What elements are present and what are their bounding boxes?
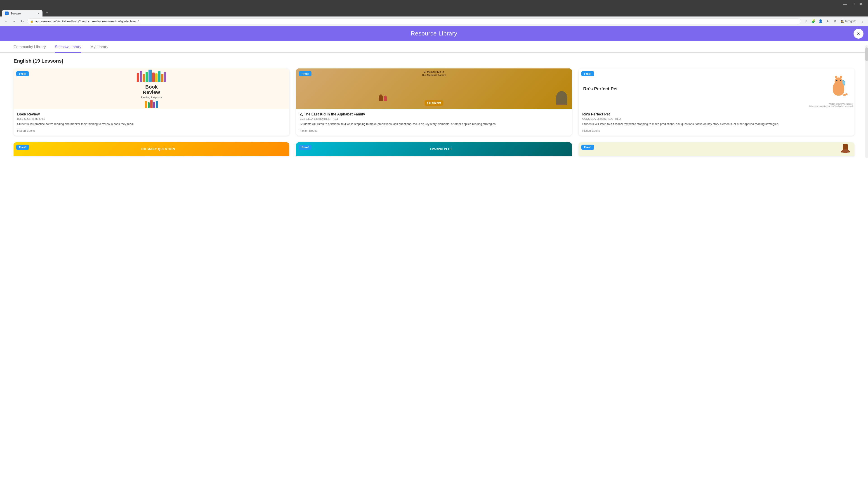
incognito-icon: 🕵 (841, 20, 844, 23)
free-badge-ros: Free! (581, 71, 594, 76)
window-close-button[interactable]: × (857, 1, 864, 7)
profile-button[interactable]: 👤 (817, 18, 824, 24)
cards-grid: Free! B (13, 68, 855, 135)
card-standard-ros-pet: CCSS.ELA-Literacy.RL.K - RL.2 (582, 117, 851, 121)
card-description-book-review: Students will practice active reading an… (17, 122, 286, 126)
content-area: English (19 Lessons) Free! (0, 53, 868, 161)
menu-button[interactable]: ⋮ (859, 18, 865, 24)
security-icon: 🔒 (30, 20, 33, 23)
card-standard-book-review: ISTE-S.6.a, ISTE-S.6.c (17, 117, 286, 121)
bookmark-button[interactable]: ☆ (803, 18, 809, 24)
url-text: app.seesaw.me/#/activities/library?produ… (35, 20, 140, 23)
free-badge-questions: Free! (16, 144, 29, 150)
card-book-review[interactable]: Free! B (13, 68, 289, 135)
forward-button[interactable]: → (11, 18, 17, 24)
card-standard-z-alphabet: CCSS.ELA-Literacy.RL.K - RL.1 (300, 117, 568, 121)
card-title-ros-pet: Ro's Perfect Pet (582, 112, 851, 116)
card-preparing[interactable]: Free! EPARING IN TH (296, 142, 572, 156)
scrollbar-track[interactable] (865, 45, 868, 158)
card-image-book-review: Free! B (13, 68, 289, 109)
free-badge-z: Free! (299, 71, 311, 76)
card-category-ros-pet: Fiction Books (582, 129, 851, 132)
reload-button[interactable]: ↻ (19, 18, 25, 24)
card-cowboy[interactable]: Free! (579, 142, 855, 156)
card-body-ros-pet: Ro's Perfect Pet CCSS.ELA-Literacy.RL.K … (579, 109, 855, 135)
card-body-z-alphabet: Z, The Last Kid in the Alphabet Family C… (296, 109, 572, 135)
free-badge-preparing: Free! (299, 144, 311, 150)
card-description-z-alphabet: Students will listen to a fictional text… (300, 122, 568, 126)
card-z-alphabet[interactable]: Free! Z, the Last Kid inthe Alphabet Fam… (296, 68, 572, 135)
incognito-button[interactable]: 🕵 Incognito (839, 19, 858, 24)
card-title-z-alphabet: Z, The Last Kid in the Alphabet Family (300, 112, 568, 116)
tab-community-library[interactable]: Community Library (13, 45, 46, 53)
free-badge: Free! (16, 71, 29, 76)
card-image-z-alphabet: Free! Z, the Last Kid inthe Alphabet Fam… (296, 68, 572, 109)
tab-my-library[interactable]: My Library (90, 45, 108, 53)
free-badge-cowboy: Free! (581, 144, 594, 150)
address-bar[interactable]: 🔒 app.seesaw.me/#/activities/library?pro… (27, 18, 801, 24)
section-title: English (19 Lessons) (13, 58, 855, 64)
tabs-bar: Community Library Seesaw Library My Libr… (0, 41, 868, 53)
incognito-label: Incognito (845, 20, 856, 23)
card-ros-perfect-pet[interactable]: Free! Ro's Perfect Pet (579, 68, 855, 135)
scrollbar-thumb[interactable] (865, 47, 868, 61)
browser-tab[interactable]: S Seesaw × (2, 10, 42, 17)
extensions-button[interactable]: 🧩 (810, 18, 816, 24)
card-title-book-review: Book Review (17, 112, 286, 116)
tab-favicon: S (5, 11, 8, 15)
close-dialog-button[interactable]: × (854, 29, 864, 39)
card-body-book-review: Book Review ISTE-S.6.a, ISTE-S.6.c Stude… (13, 109, 289, 135)
window-restore-button[interactable]: ❐ (849, 2, 857, 6)
window-minimize-button[interactable]: — (840, 1, 849, 7)
card-description-ros-pet: Students will listen to a fictional text… (582, 122, 851, 126)
split-view-button[interactable]: ⧉ (832, 18, 838, 24)
tab-seesaw-library[interactable]: Seesaw Library (55, 45, 81, 53)
bottom-cards-row: Free! OO MANY QUESTION Free! EPARING IN … (13, 142, 855, 156)
card-category-book-review: Fiction Books (17, 129, 286, 132)
new-tab-button[interactable]: + (43, 9, 51, 16)
card-too-many-questions[interactable]: Free! OO MANY QUESTION (13, 142, 289, 156)
close-dialog-icon: × (857, 31, 860, 37)
card-category-z-alphabet: Fiction Books (300, 129, 568, 132)
tab-close-icon[interactable]: × (37, 11, 39, 15)
card-image-ros-pet: Free! Ro's Perfect Pet (579, 68, 855, 109)
tab-title: Seesaw (10, 12, 21, 15)
back-button[interactable]: ← (3, 18, 9, 24)
download-button[interactable]: ⬇ (825, 18, 831, 24)
app-header: Resource Library × (0, 26, 868, 41)
navigation-bar: ← → ↻ 🔒 app.seesaw.me/#/activities/libra… (0, 17, 868, 26)
header-title: Resource Library (411, 30, 457, 37)
